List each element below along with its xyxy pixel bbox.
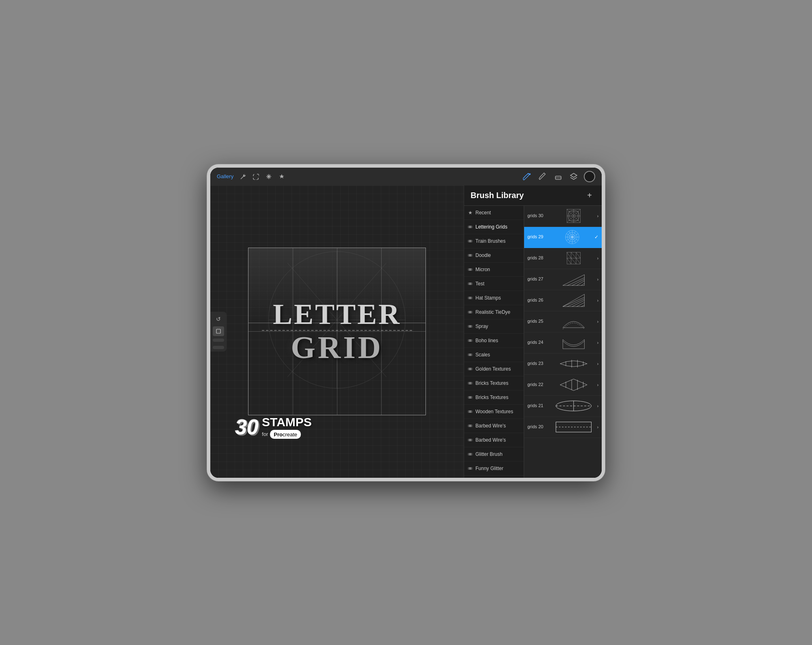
brush-stroke-icon (467, 309, 473, 315)
brush-name: grids 22 (527, 382, 550, 387)
category-item-barbed-wires-1[interactable]: Barbed Wire's (464, 419, 524, 433)
eraser-tool-icon[interactable] (553, 171, 564, 182)
brush-stroke-icon (467, 224, 473, 230)
color-picker[interactable] (584, 171, 595, 182)
category-item-golden-textures[interactable]: Golden Textures (464, 362, 524, 376)
category-item-doodle[interactable]: Doodle (464, 248, 524, 263)
category-label: Boho lines (475, 338, 498, 343)
unselected-check: › (597, 256, 598, 261)
category-label: Doodle (475, 252, 491, 258)
selection-icon[interactable] (251, 172, 260, 181)
svg-marker-43 (563, 275, 584, 286)
brush-item-grids-28[interactable]: grids 28 › (524, 248, 602, 269)
unselected-check: › (597, 214, 598, 218)
brush-preview-grids-30 (553, 208, 594, 224)
category-label: Bricks Textures (475, 395, 508, 400)
category-item-hat-stamps[interactable]: Hat Stamps (464, 291, 524, 305)
brush-item-grids-29[interactable]: grids 29 ✓ (524, 227, 602, 248)
smear-tool-icon[interactable] (538, 171, 548, 182)
category-item-micron[interactable]: Micron (464, 263, 524, 277)
procreate-post: create (283, 431, 297, 438)
category-item-bricks-textures-1[interactable]: Bricks Textures (464, 376, 524, 390)
brush-stroke-icon (467, 252, 473, 258)
category-list: ★RecentLettering GridsTrain BrushesDoodl… (464, 206, 524, 478)
brush-preview-grids-21 (553, 398, 594, 414)
category-item-lettering-grids[interactable]: Lettering Grids (464, 220, 524, 234)
brush-stroke-icon (467, 423, 473, 429)
top-bar-left: Gallery (217, 172, 286, 181)
brush-name: grids 23 (527, 361, 550, 366)
category-label: Train Brushes (475, 238, 505, 244)
brush-stroke-icon (467, 395, 473, 400)
svg-line-52 (577, 302, 584, 306)
stamps-label-text: STAMPS (262, 415, 312, 429)
brush-panel-content: ★RecentLettering GridsTrain BrushesDoodl… (464, 206, 602, 478)
brush-stroke-icon (467, 352, 473, 358)
category-item-wooden-textures[interactable]: Wooden Textures (464, 405, 524, 419)
arrow-icon[interactable] (277, 172, 286, 181)
category-label: Barbed Wire's (475, 423, 506, 429)
brush-preview-grids-25 (553, 314, 594, 329)
brush-preview-grids-29 (553, 229, 591, 245)
brush-item-grids-22[interactable]: grids 22 › (524, 375, 602, 396)
brush-stroke-icon (467, 451, 473, 457)
brush-stroke-icon (467, 338, 473, 343)
svg-line-47 (581, 283, 585, 285)
category-label: Realistic TieDye (475, 309, 510, 315)
svg-line-46 (577, 281, 584, 285)
brush-name: grids 21 (527, 403, 550, 408)
category-item-train-brushes[interactable]: Train Brushes (464, 234, 524, 248)
brush-name: grids 26 (527, 298, 550, 303)
brush-name: grids 24 (527, 340, 550, 345)
category-item-glitter-set[interactable]: Glitter Set (464, 476, 524, 478)
brush-item-grids-21[interactable]: grids 21 › (524, 396, 602, 417)
category-label: Glitter Brush (475, 451, 503, 457)
procreate-badge: Procreate (270, 430, 301, 439)
category-item-funny-glitter[interactable]: Funny Glitter (464, 462, 524, 476)
canvas-area[interactable]: ↺ (210, 186, 464, 478)
category-item-glitter-brush[interactable]: Glitter Brush (464, 447, 524, 462)
unselected-check: › (597, 362, 598, 366)
brush-item-grids-30[interactable]: grids 30 › (524, 206, 602, 227)
selected-check: ✓ (594, 234, 598, 240)
brush-stroke-icon (467, 380, 473, 386)
svg-rect-70 (556, 422, 591, 432)
category-item-barbed-wires-2[interactable]: Barbed Wire's (464, 433, 524, 447)
brush-item-grids-26[interactable]: grids 26 › (524, 290, 602, 311)
stamps-for: for (262, 431, 268, 437)
transform-icon[interactable] (264, 172, 273, 181)
svg-point-0 (529, 173, 531, 175)
add-brush-button[interactable]: + (584, 190, 595, 201)
brush-item-grids-25[interactable]: grids 25 › (524, 311, 602, 332)
top-bar: Gallery (210, 168, 602, 186)
category-item-bricks-textures-2[interactable]: Bricks Textures (464, 390, 524, 405)
brush-preview-grids-20 (553, 419, 594, 435)
category-item-realistic-tiedye[interactable]: Realistic TieDye (464, 305, 524, 319)
svg-line-42 (576, 258, 580, 264)
brush-item-grids-23[interactable]: grids 23 › (524, 354, 602, 375)
brush-item-grids-20[interactable]: grids 20 › (524, 417, 602, 438)
category-item-test[interactable]: Test (464, 277, 524, 291)
category-label: Hat Stamps (475, 295, 501, 301)
brush-tool-icon[interactable] (522, 171, 533, 182)
brush-item-grids-27[interactable]: grids 27 › (524, 269, 602, 290)
category-item-recent[interactable]: ★Recent (464, 206, 524, 220)
stamps-number: 30 (235, 415, 259, 439)
brush-name: grids 28 (527, 255, 550, 261)
unselected-check: › (597, 404, 598, 408)
category-item-scales[interactable]: Scales (464, 348, 524, 362)
category-label: Funny Glitter (475, 466, 503, 471)
category-item-spray[interactable]: Spray (464, 319, 524, 334)
stamps-footer: 30 STAMPS for Procreate (235, 415, 312, 439)
artwork-text-bottom: GRID (291, 333, 383, 362)
gallery-button[interactable]: Gallery (217, 173, 233, 179)
brush-item-grids-24[interactable]: grids 24 › (524, 332, 602, 354)
svg-line-39 (576, 252, 580, 258)
star-icon: ★ (467, 210, 473, 216)
category-label: Scales (475, 352, 490, 358)
category-item-boho-lines[interactable]: Boho lines (464, 334, 524, 348)
top-bar-right (522, 171, 595, 182)
wrench-icon[interactable] (238, 172, 247, 181)
layers-icon[interactable] (568, 171, 579, 182)
brush-name: grids 30 (527, 213, 550, 218)
